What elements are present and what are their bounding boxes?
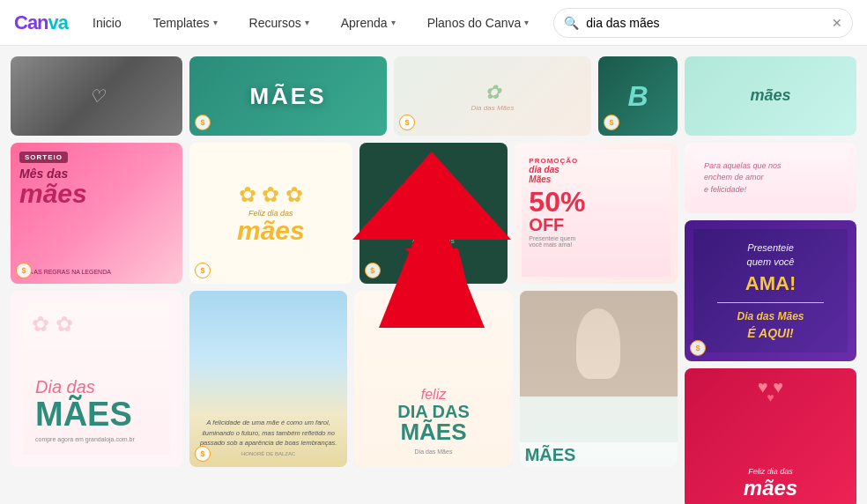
center-column: MÃES $ ✿ Dia das Mães $ xyxy=(189,56,678,504)
feliz-date: Dia das Mães xyxy=(415,448,453,455)
main-content: ♡ SORTEIO Mês das mães LEIA AS REGRAS NA… xyxy=(0,46,867,504)
promo-caption: Presenteie quemvocê mais ama! xyxy=(529,235,575,248)
sorteio-caption: LEIA AS REGRAS NA LEGENDA xyxy=(19,269,111,275)
maes-green-premium: $ xyxy=(195,115,211,130)
nav-templates[interactable]: Templates ▾ xyxy=(146,12,225,33)
beach-quote: A felicidade de uma mãe é como um farol,… xyxy=(189,418,347,448)
card-sorteio[interactable]: SORTEIO Mês das mães LEIA AS REGRAS NA L… xyxy=(11,143,182,284)
feliz-script: feliz xyxy=(421,387,446,403)
pink-text-content: Para aquelas que nosenchem de amore feli… xyxy=(704,160,782,196)
top-row: MÃES $ ✿ Dia das Mães $ xyxy=(189,56,678,136)
promo-off: OFF xyxy=(529,216,564,233)
maes-label: MÃES xyxy=(35,397,158,431)
card-maes-green-text[interactable]: MÃES $ xyxy=(189,56,387,136)
card-purple[interactable]: Presenteiequem você AMA! Dia das Mães É … xyxy=(685,220,856,361)
red-hearts-heart: ♥ xyxy=(767,390,774,404)
search-clear-icon[interactable]: ✕ xyxy=(832,16,842,30)
templates-chevron-icon: ▾ xyxy=(213,18,218,27)
third-row: A felicidade de uma mãe é como um farol,… xyxy=(189,291,678,467)
promo-title: PROMOÇÃO xyxy=(529,157,578,165)
search-input[interactable] xyxy=(553,8,853,38)
nav-inicio[interactable]: Inicio xyxy=(85,12,129,33)
sorteio-premium-badge: $ xyxy=(16,263,32,278)
dark-green-maes: mães xyxy=(397,193,470,221)
recursos-chevron-icon: ▾ xyxy=(305,18,309,27)
nav-recursos[interactable]: Recursos ▾ xyxy=(242,12,316,33)
search-icon: 🔍 xyxy=(564,16,579,30)
b-teal-premium: $ xyxy=(604,115,619,130)
dark-green-feliz: feliz dia das xyxy=(411,180,457,189)
floral-premium: $ xyxy=(399,115,415,130)
card-promo-50[interactable]: PROMOÇÃO dia dasMães 50% OFF Presenteie … xyxy=(515,143,678,284)
purple-e-aqui: É AQUI! xyxy=(747,326,793,340)
nav-planos[interactable]: Planos do Canva ▾ xyxy=(420,12,537,33)
card-floral[interactable]: ✿ Dia das Mães $ xyxy=(394,56,591,136)
red-feliz: Feliz dia das xyxy=(748,467,793,476)
beach-premium: $ xyxy=(195,446,211,462)
purple-premium: $ xyxy=(690,340,706,356)
card-model-50off[interactable]: 50%OFF dia das MÃES xyxy=(520,291,678,467)
canva-logo[interactable]: Canva xyxy=(14,11,68,34)
card-dia-maes-big[interactable]: ✿ ✿ Dia das MÃES compre agora em grandal… xyxy=(11,291,182,467)
girassol-premium: $ xyxy=(195,263,211,278)
dark-green-premium: $ xyxy=(365,263,381,278)
card-beach-family[interactable]: A felicidade de uma mãe é como um farol,… xyxy=(189,291,347,467)
left-column: ♡ SORTEIO Mês das mães LEIA AS REGRAS NA… xyxy=(11,56,182,504)
card-bw-photo[interactable]: ♡ xyxy=(11,56,182,136)
shop-link: compre agora em grandaloja.com.br xyxy=(35,436,158,442)
promo-dia-das-maes: dia dasMães xyxy=(529,165,559,184)
card-right-teal-top[interactable]: mães xyxy=(685,56,856,136)
navbar: Canva Inicio Templates ▾ Recursos ▾ Apre… xyxy=(0,0,867,46)
dia-das-label-w: DIA DAS xyxy=(397,403,469,420)
feliz-decorations: ✿ ✿ ✿ xyxy=(354,300,512,319)
sorteio-maes-title: mães xyxy=(19,181,87,207)
purple-dia-maes: Dia das Mães xyxy=(737,310,804,322)
card-red-hearts[interactable]: ♥ ♥ ♥ Feliz dia das mães xyxy=(685,368,856,504)
search-bar: 🔍 ✕ xyxy=(553,8,853,38)
nav-aprenda[interactable]: Aprenda ▾ xyxy=(334,12,403,33)
second-row: ✿ ✿ ✿ Feliz dia das mães $ feliz dia das… xyxy=(189,143,678,284)
maes-label-w: MÃES xyxy=(400,420,466,443)
beach-author: HONORÉ DE BALZAC xyxy=(241,451,295,456)
card-b-teal[interactable]: B $ xyxy=(598,56,678,136)
aprenda-chevron-icon: ▾ xyxy=(391,18,396,27)
sorteio-badge: SORTEIO xyxy=(19,152,68,163)
purple-ama: AMA! xyxy=(745,272,796,295)
card-girassol[interactable]: ✿ ✿ ✿ Feliz dia das mães $ xyxy=(189,143,352,284)
girassol-maes-label: mães xyxy=(237,218,305,244)
template-grid: ♡ SORTEIO Mês das mães LEIA AS REGRAS NA… xyxy=(11,56,856,504)
decorative-flowers: ✿ ✿ xyxy=(32,312,73,337)
right-teal-maes-text: mães xyxy=(750,87,790,105)
red-maes: mães xyxy=(744,478,797,499)
dark-green-subtitle: dia das mães xyxy=(412,236,455,246)
promo-percent: 50% xyxy=(529,188,585,216)
right-column: mães Para aquelas que nosenchem de amore… xyxy=(685,56,856,504)
card-feliz-white[interactable]: ✿ ✿ ✿ feliz DIA DAS MÃES Dia das Mães xyxy=(354,291,512,467)
card-pink-text[interactable]: Para aquelas que nosenchem de amore feli… xyxy=(685,143,856,213)
purple-presenteie: Presenteiequem você xyxy=(747,241,795,269)
dia-das-label: Dia das xyxy=(35,376,158,397)
planos-chevron-icon: ▾ xyxy=(524,18,529,27)
card-dark-green[interactable]: feliz dia das mães dia das mães $ xyxy=(359,143,508,284)
model-maes: MÃES xyxy=(525,446,672,463)
